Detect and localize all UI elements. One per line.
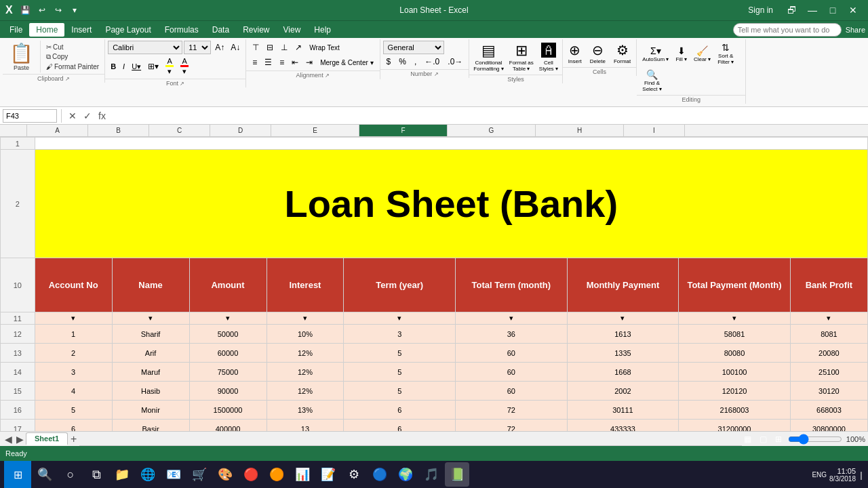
redo-qa-button[interactable]: ↪ [51,3,66,18]
header-total-term[interactable]: Total Term (month) [456,258,568,312]
cell-16-h[interactable]: 2168003 [679,401,791,420]
col-h-header[interactable]: H [536,125,624,136]
cell-16-a[interactable]: 5 [35,401,112,420]
conditional-formatting-button[interactable]: ▤ ConditionalFormatting ▾ [472,41,505,73]
cell-12-b[interactable]: Sharif [112,325,189,344]
header-amount[interactable]: Amount [189,258,267,312]
cell-13-c[interactable]: 60000 [189,344,267,363]
menu-page-layout[interactable]: Page Layout [98,23,157,37]
cell-16-d[interactable]: 13% [267,401,344,420]
cell-12-d[interactable]: 10% [267,325,344,344]
filter-f[interactable]: ▾ [456,312,568,325]
filter-e[interactable]: ▾ [344,312,456,325]
cell-13-f[interactable]: 60 [456,344,568,363]
autosum-button[interactable]: Σ▾ AutoSum ▾ [639,44,671,64]
menu-view[interactable]: View [277,23,308,37]
photoshop-taskbar-button[interactable]: 🎨 [213,462,237,487]
menu-data[interactable]: Data [205,23,236,37]
save-qa-button[interactable]: 💾 [18,3,33,18]
cell-15-i[interactable]: 30120 [790,382,867,401]
cell-12-c[interactable]: 50000 [189,325,267,344]
menu-insert[interactable]: Insert [64,23,98,37]
app5-taskbar-button[interactable]: 🎵 [419,462,443,487]
cell-16-i[interactable]: 668003 [790,401,867,420]
increase-decimal-button[interactable]: .0→ [444,56,466,68]
app3-taskbar-button[interactable]: ⚙ [342,462,366,487]
find-select-button[interactable]: 🔍 Find &Select ▾ [639,68,664,94]
merge-center-button[interactable]: Merge & Center ▾ [317,58,376,68]
cell-17-d[interactable]: 13 [267,420,344,432]
cell-17-h[interactable]: 31200000 [679,420,791,432]
cell-15-h[interactable]: 120120 [679,382,791,401]
col-f-header[interactable]: F [359,125,448,136]
tell-me-input[interactable] [733,23,842,37]
zoom-slider[interactable] [788,436,842,442]
menu-file[interactable]: File [3,23,29,37]
cell-15-e[interactable]: 5 [344,382,456,401]
align-left-button[interactable]: ≡ [249,56,260,69]
taskview-button[interactable]: ⧉ [84,462,108,487]
bold-button[interactable]: B [108,61,119,72]
align-top-button[interactable]: ⊤ [249,41,262,54]
align-center-button[interactable]: ☰ [261,56,275,69]
decrease-indent-button[interactable]: ⇤ [288,56,302,69]
text-rotate-button[interactable]: ↗ [292,41,305,54]
filter-i[interactable]: ▾ [790,312,867,325]
undo-qa-button[interactable]: ↩ [35,3,50,18]
cell-13-h[interactable]: 80080 [679,344,791,363]
col-a-header[interactable]: A [27,125,88,136]
header-monthly-payment[interactable]: Monthly Payment [567,258,679,312]
wrap-text-button[interactable]: Wrap Text [306,43,343,53]
cell-13-a[interactable]: 2 [35,344,112,363]
cell-15-g[interactable]: 2002 [567,382,679,401]
format-as-table-button[interactable]: ⊞ Format asTable ▾ [508,41,535,73]
format-painter-button[interactable]: 🖌Format Painter [43,62,102,71]
cell-12-g[interactable]: 1613 [567,325,679,344]
col-c-header[interactable]: C [149,125,210,136]
cut-button[interactable]: ✂Cut [43,43,102,52]
cell-16-c[interactable]: 1500000 [189,401,267,420]
close-button[interactable]: ✕ [844,1,863,20]
font-color-button[interactable]: A ▾ [178,56,191,77]
filter-b[interactable]: ▾ [112,312,189,325]
name-box[interactable] [3,109,57,123]
header-name[interactable]: Name [112,258,189,312]
cell-14-b[interactable]: Maruf [112,363,189,382]
sheet-tab-sheet1[interactable]: Sheet1 [26,432,68,445]
menu-help[interactable]: Help [307,23,338,37]
cell-12-e[interactable]: 3 [344,325,456,344]
chrome-taskbar-button[interactable]: 🌍 [393,462,418,487]
cell-a1[interactable] [35,138,867,150]
scroll-right-sheets-button[interactable]: ▶ [14,434,26,445]
sign-in-button[interactable]: Sign in [740,3,781,18]
cell-15-d[interactable]: 12% [267,382,344,401]
align-right-button[interactable]: ≡ [276,56,288,69]
cell-17-f[interactable]: 72 [456,420,568,432]
format-cells-button[interactable]: ⚙ Format [611,41,633,66]
cell-14-c[interactable]: 75000 [189,363,267,382]
app1-taskbar-button[interactable]: 🔴 [239,462,263,487]
view-page-break-button[interactable]: ⊞ [773,434,784,445]
comma-button[interactable]: , [411,56,420,68]
cell-13-e[interactable]: 5 [344,344,456,363]
cell-14-g[interactable]: 1668 [567,363,679,382]
cell-13-i[interactable]: 20080 [790,344,867,363]
filter-a[interactable]: ▾ [35,312,112,325]
header-bank-profit[interactable]: Bank Profit [790,258,867,312]
cell-17-c[interactable]: 400000 [189,420,267,432]
cell-14-e[interactable]: 5 [344,363,456,382]
start-button[interactable]: ⊞ [4,461,31,488]
cell-17-a[interactable]: 6 [35,420,112,432]
cell-14-i[interactable]: 25100 [790,363,867,382]
font-size-select[interactable]: 11 [184,41,211,54]
cancel-formula-button[interactable]: ✕ [66,110,79,121]
filter-h[interactable]: ▾ [679,312,791,325]
scroll-left-sheets-button[interactable]: ◀ [3,434,14,445]
sort-filter-button[interactable]: ⇅ Sort &Filter ▾ [715,41,736,66]
filter-c[interactable]: ▾ [189,312,267,325]
app4-taskbar-button[interactable]: 🔵 [368,462,392,487]
store-taskbar-button[interactable]: 🛒 [187,462,212,487]
border-button[interactable]: ⊞▾ [145,60,161,73]
cell-styles-button[interactable]: 🅰 CellStyles ▾ [538,41,559,73]
header-total-payment[interactable]: Total Payment (Month) [679,258,791,312]
